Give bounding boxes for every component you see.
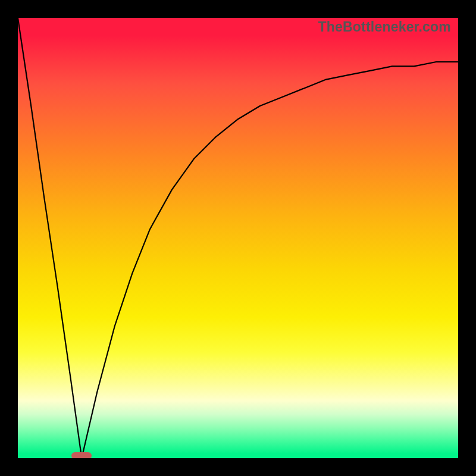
optimum-marker — [71, 452, 92, 458]
plot-area: TheBottleneker.com — [18, 18, 458, 458]
deviation-curve — [18, 18, 458, 458]
curve-svg — [18, 18, 458, 458]
chart-frame: TheBottleneker.com — [0, 0, 476, 476]
